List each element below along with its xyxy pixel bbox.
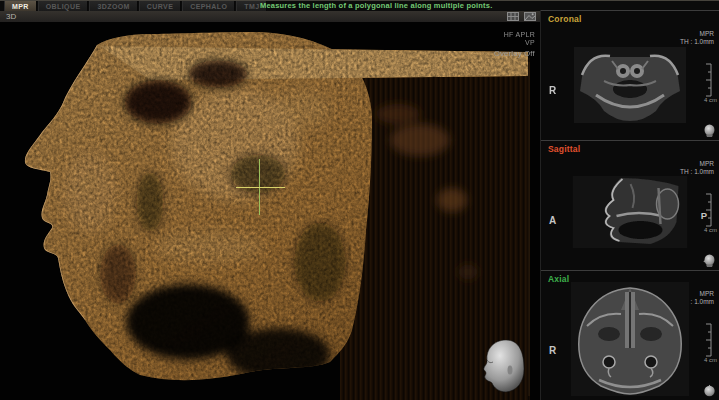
view-mode-label: 3D [6, 12, 16, 21]
coronal-thickness-label: TH : 1.0mm [680, 38, 714, 46]
view-sub-bar: 3D [0, 11, 540, 22]
sagittal-thickness-label: TH : 1.0mm [680, 168, 714, 176]
tab-cephalo[interactable]: CEPHALO [182, 1, 235, 11]
overlay-status-label: Overlay Off [494, 50, 535, 58]
coronal-panel-meta: MPR TH : 1.0mm [680, 30, 714, 45]
sagittal-scale-label: 4 cm [704, 227, 717, 233]
tab-curve[interactable]: CURVE [139, 1, 181, 11]
sagittal-left-orientation-marker: A [549, 215, 556, 226]
3d-volume-rendering [0, 22, 540, 400]
sagittal-slice-image[interactable] [573, 176, 688, 248]
tool-status-message: Measures the length of a polygonal line … [260, 1, 492, 10]
sagittal-panel: Sagittal MPR TH : 1.0mm A P [541, 140, 719, 270]
coronal-orientation-head-icon [703, 124, 716, 138]
axial-orientation-head-icon [703, 384, 716, 398]
projection-label: VP [494, 39, 535, 47]
3d-volume-viewport[interactable]: HF APLR VP Overlay Off [0, 22, 540, 400]
view-hud: HF APLR VP Overlay Off [494, 31, 535, 58]
grid-layout-icon[interactable] [506, 12, 520, 21]
axial-left-orientation-marker: R [549, 345, 556, 356]
sagittal-panel-meta: MPR TH : 1.0mm [680, 160, 714, 175]
axial-panel: Axial MPR TH : 1.0mm [541, 270, 719, 400]
mpr-panel-column: Coronal MPR TH : 1.0mm R [540, 10, 719, 400]
axial-slice-image[interactable] [571, 282, 689, 396]
tab-oblique[interactable]: OBLIQUE [38, 1, 89, 11]
coronal-panel-title: Coronal [548, 14, 582, 24]
tab-3dzoom[interactable]: 3DZOOM [89, 1, 137, 11]
sagittal-scale-ruler [703, 193, 715, 227]
orientation-label: HF APLR [494, 31, 535, 39]
sagittal-mode-label: MPR [680, 160, 714, 168]
axial-scale-ruler [703, 323, 715, 357]
tab-mpr[interactable]: MPR [4, 1, 37, 11]
image-capture-icon[interactable] [523, 12, 537, 21]
orientation-head-icon [479, 337, 527, 395]
axial-scale-label: 4 cm [704, 357, 717, 363]
coronal-left-orientation-marker: R [549, 85, 556, 96]
coronal-panel: Coronal MPR TH : 1.0mm R [541, 10, 719, 140]
sagittal-panel-title: Sagittal [548, 144, 580, 154]
coronal-scale-label: 4 cm [704, 97, 717, 103]
axial-panel-title: Axial [548, 274, 569, 284]
coronal-scale-ruler [703, 63, 715, 97]
coronal-slice-image[interactable] [574, 47, 686, 123]
sagittal-orientation-head-icon [703, 254, 716, 268]
subbar-icon-group [506, 12, 537, 21]
coronal-mode-label: MPR [680, 30, 714, 38]
mpr-workspace: MPR OBLIQUE 3DZOOM CURVE CEPHALO TMJ Mea… [0, 0, 719, 400]
